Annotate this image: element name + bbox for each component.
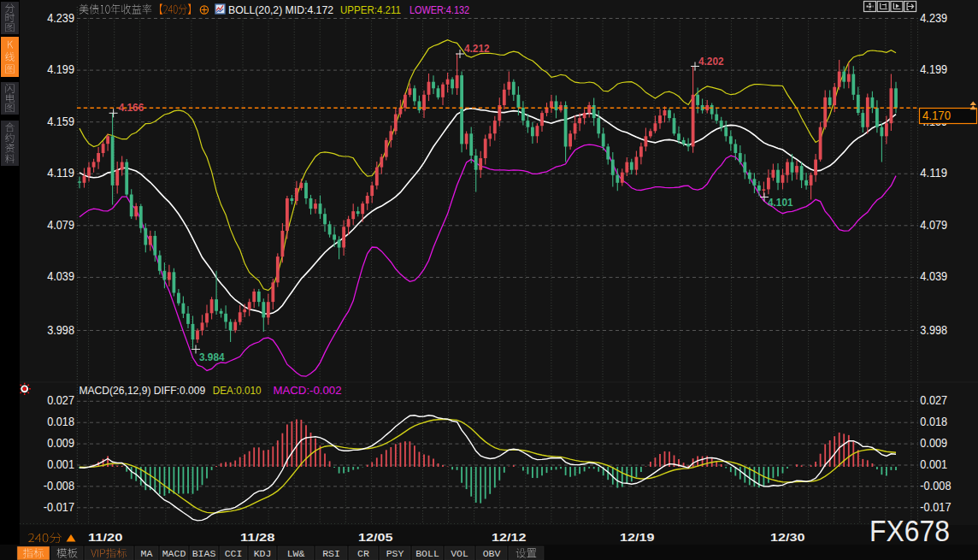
svg-text:-0.017: -0.017 <box>44 501 74 514</box>
svg-text:MACD(26,12,9) DIFF:0.009: MACD(26,12,9) DIFF:0.009 <box>80 385 206 397</box>
svg-text:BIAS: BIAS <box>192 548 216 559</box>
svg-text:0.009: 0.009 <box>47 437 74 450</box>
svg-text:4.239: 4.239 <box>920 12 947 25</box>
svg-text:4.212: 4.212 <box>464 43 490 55</box>
svg-text:3.998: 3.998 <box>47 324 74 337</box>
svg-text:4.159: 4.159 <box>47 115 74 128</box>
svg-text:VOL: VOL <box>451 548 468 559</box>
svg-text:OBV: OBV <box>483 548 501 559</box>
svg-text:0.018: 0.018 <box>920 416 947 428</box>
svg-text:0.001: 0.001 <box>920 458 947 471</box>
svg-text:0.001: 0.001 <box>47 458 74 471</box>
svg-text:0.027: 0.027 <box>47 394 74 407</box>
svg-text:4.079: 4.079 <box>47 219 74 232</box>
svg-text:3.984: 3.984 <box>199 351 225 363</box>
svg-text:4.119: 4.119 <box>920 167 947 180</box>
svg-text:KDJ: KDJ <box>254 548 272 559</box>
svg-text:4.119: 4.119 <box>47 167 74 180</box>
svg-text:CCI: CCI <box>225 548 243 559</box>
svg-text:0.027: 0.027 <box>920 394 947 407</box>
svg-text:0.009: 0.009 <box>920 437 947 450</box>
svg-text:PSY: PSY <box>386 548 404 559</box>
svg-text:11/28: 11/28 <box>240 531 275 544</box>
svg-text:CR: CR <box>357 548 369 559</box>
svg-text:4.170: 4.170 <box>922 109 951 122</box>
svg-text:12/05: 12/05 <box>358 531 393 544</box>
svg-text:4.199: 4.199 <box>47 63 74 76</box>
svg-text:4.039: 4.039 <box>920 270 947 283</box>
svg-text:BOLL(20,2) MID:4.172: BOLL(20,2) MID:4.172 <box>228 4 333 16</box>
svg-text:4.239: 4.239 <box>47 12 74 25</box>
svg-text:4.166: 4.166 <box>119 102 144 114</box>
svg-text:LW&: LW& <box>287 548 305 559</box>
svg-text:LOWER:4.132: LOWER:4.132 <box>409 4 469 16</box>
svg-text:RSI: RSI <box>322 548 340 559</box>
svg-text:4.101: 4.101 <box>768 197 793 209</box>
svg-text:UPPER:4.211: UPPER:4.211 <box>340 4 401 16</box>
svg-text:4.039: 4.039 <box>47 270 74 283</box>
svg-text:BOLL: BOLL <box>415 548 439 559</box>
svg-text:4.202: 4.202 <box>698 56 724 68</box>
svg-text:MA: MA <box>141 548 153 559</box>
svg-text:11/20: 11/20 <box>88 531 123 544</box>
svg-text:0.018: 0.018 <box>47 416 74 428</box>
svg-text:-0.017: -0.017 <box>920 501 951 514</box>
svg-text:4.199: 4.199 <box>920 63 947 76</box>
svg-text:12/19: 12/19 <box>620 531 655 544</box>
svg-text:4.079: 4.079 <box>920 219 947 232</box>
svg-text:MACD: MACD <box>162 548 186 559</box>
svg-text:-0.008: -0.008 <box>44 480 74 492</box>
svg-text:12/30: 12/30 <box>770 531 805 544</box>
svg-text:MACD:-0.002: MACD:-0.002 <box>274 385 342 397</box>
svg-text:DEA:0.010: DEA:0.010 <box>213 385 262 397</box>
svg-text:3.998: 3.998 <box>920 324 947 337</box>
svg-text:FX678: FX678 <box>869 514 950 547</box>
svg-text:12/12: 12/12 <box>492 531 527 544</box>
svg-text:-0.008: -0.008 <box>920 480 951 492</box>
